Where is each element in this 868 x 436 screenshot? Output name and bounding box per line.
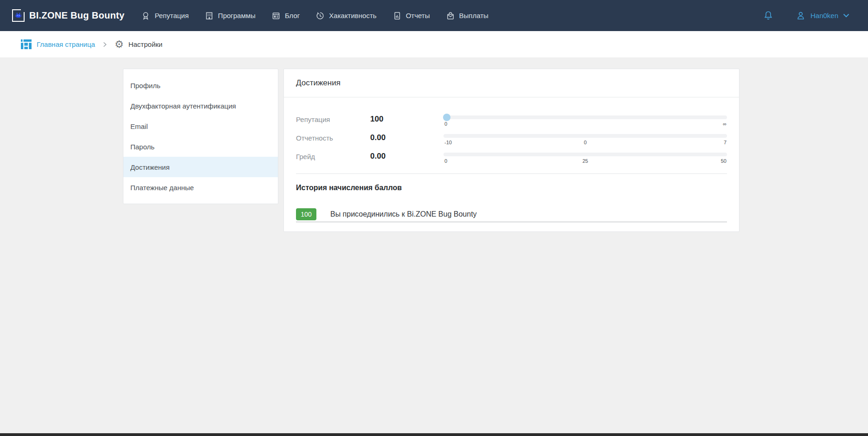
history-row: 100 Вы присоединились к Bi.ZONE Bug Boun…	[296, 208, 727, 222]
top-navbar: BI.ZONE Bug Bounty Репутация Программы	[0, 0, 868, 31]
nav-item-label: Программы	[218, 12, 256, 19]
breadcrumb-current-label: Настройки	[129, 40, 163, 48]
bell-icon	[763, 10, 773, 21]
panel-title: Достижения	[284, 69, 739, 97]
logo-icon	[12, 9, 25, 22]
navbar-right: Han0ken	[763, 10, 849, 21]
logo-notch	[21, 9, 25, 12]
breadcrumb-current: ⚙ Настройки	[115, 39, 162, 50]
reporting-slider: -10 0 7	[444, 128, 727, 147]
metrics-section: Репутация 100 0 ∞ Отчетность 0.00	[296, 97, 727, 174]
nav-item-label: Выплаты	[459, 12, 489, 19]
payout-icon	[446, 11, 455, 20]
bug-icon	[15, 13, 22, 19]
nav-item-label: Отчеты	[406, 12, 430, 19]
slider-track	[444, 153, 727, 156]
user-menu[interactable]: Han0ken	[796, 11, 849, 21]
nav-item-reputation[interactable]: Репутация	[141, 11, 188, 20]
brand-name: BI.ZONE Bug Bounty	[29, 10, 124, 21]
achievements-panel: Достижения Репутация 100 0 ∞ Отчетно	[283, 69, 739, 232]
sidebar-item-label: Email	[130, 122, 148, 130]
nav-item-label: Хакактивность	[329, 12, 376, 19]
footer-strip	[0, 433, 868, 436]
brand-logo[interactable]: BI.ZONE Bug Bounty	[12, 9, 124, 22]
notifications-button[interactable]	[763, 10, 773, 21]
medal-icon	[141, 11, 150, 20]
settings-sidebar: Профиль Двухфакторная аутентификация Ema…	[123, 69, 278, 204]
nav-item-reports[interactable]: Отчеты	[392, 11, 430, 20]
sidebar-item-label: Профиль	[130, 82, 161, 90]
tick-max: 50	[721, 158, 727, 164]
breadcrumb-home-label: Главная страница	[37, 40, 95, 48]
grade-slider: 0 25 50	[444, 147, 727, 166]
main-nav: Репутация Программы Бло	[141, 11, 488, 20]
tick-max: 7	[724, 140, 727, 145]
tick-mid: 25	[582, 158, 588, 164]
slider-ticks: -10 0 7	[444, 140, 727, 146]
history-text: Вы присоединились к Bi.ZONE Bug Bounty	[330, 210, 477, 218]
chevron-down-icon	[843, 13, 849, 18]
sidebar-item-email[interactable]: Email	[123, 116, 278, 136]
dashboard-tiles-icon	[21, 39, 32, 49]
sidebar-item-achievements[interactable]: Достижения	[123, 157, 278, 177]
gear-icon: ⚙	[115, 39, 124, 50]
building-icon	[205, 11, 214, 20]
sidebar-item-2fa[interactable]: Двухфакторная аутентификация	[123, 96, 278, 116]
metric-label: Репутация	[296, 115, 370, 123]
reputation-slider: 0 ∞	[444, 110, 727, 128]
metric-label: Отчетность	[296, 134, 370, 142]
report-icon	[392, 11, 402, 20]
sidebar-item-label: Пароль	[130, 143, 154, 151]
newspaper-icon	[271, 11, 281, 20]
sidebar-item-label: Двухфакторная аутентификация	[130, 102, 236, 110]
slider-handle[interactable]	[443, 114, 450, 121]
sidebar-item-label: Платежные данные	[130, 184, 194, 192]
metric-row-reporting: Отчетность 0.00 -10 0 7	[296, 128, 727, 147]
tick-min: -10	[444, 140, 452, 145]
breadcrumb-separator	[103, 42, 107, 47]
slider-track	[444, 115, 727, 119]
main-content: Профиль Двухфакторная аутентификация Ema…	[0, 58, 868, 436]
slider-track	[444, 134, 727, 138]
metric-label: Грейд	[296, 153, 370, 160]
points-history-section: История начисления баллов 100 Вы присоед…	[296, 184, 727, 222]
metric-row-reputation: Репутация 100 0 ∞	[296, 110, 727, 128]
breadcrumb-home-link[interactable]: Главная страница	[21, 39, 95, 49]
user-name: Han0ken	[810, 12, 838, 19]
metric-value: 0.00	[370, 133, 444, 142]
points-history-title: История начисления баллов	[296, 184, 727, 192]
metric-value: 0.00	[370, 152, 444, 161]
points-badge: 100	[296, 208, 316, 220]
nav-item-payouts[interactable]: Выплаты	[446, 11, 489, 20]
sidebar-item-payment-details[interactable]: Платежные данные	[123, 177, 278, 198]
user-icon	[796, 11, 806, 21]
chevron-right-icon	[103, 42, 107, 47]
tick-min: 0	[444, 121, 447, 127]
sidebar-item-profile[interactable]: Профиль	[123, 75, 278, 96]
sidebar-item-password[interactable]: Пароль	[123, 136, 278, 157]
nav-item-programs[interactable]: Программы	[205, 11, 256, 20]
metric-row-grade: Грейд 0.00 0 25 50	[296, 147, 727, 166]
metric-value: 100	[370, 115, 444, 124]
nav-item-hackactivity[interactable]: Хакактивность	[315, 11, 376, 20]
tick-mid: 0	[584, 140, 586, 145]
nav-item-label: Блог	[285, 12, 300, 19]
breadcrumb: Главная страница ⚙ Настройки	[0, 31, 868, 58]
sidebar-item-label: Достижения	[130, 163, 170, 171]
history-icon	[315, 11, 325, 20]
slider-ticks: 0 25 50	[444, 158, 727, 165]
nav-item-blog[interactable]: Блог	[271, 11, 300, 20]
tick-max: ∞	[723, 121, 727, 127]
tick-min: 0	[444, 158, 447, 164]
slider-ticks: 0 ∞	[444, 121, 727, 128]
nav-item-label: Репутация	[154, 12, 188, 19]
